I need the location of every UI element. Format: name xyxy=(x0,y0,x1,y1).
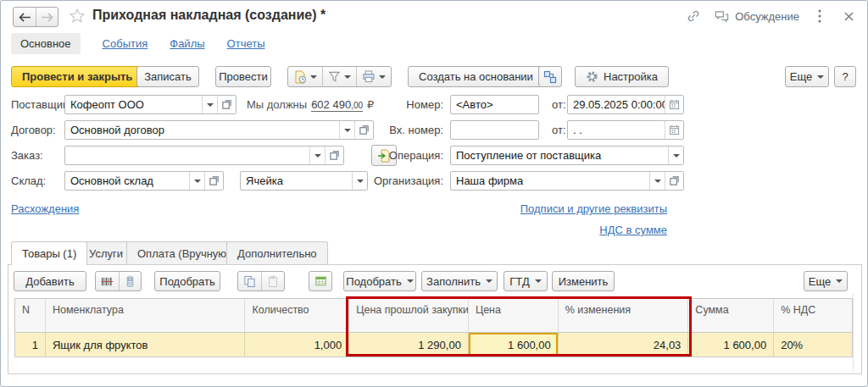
cell-field[interactable]: Ячейка xyxy=(240,171,368,191)
gear-icon xyxy=(586,70,598,83)
order-field[interactable] xyxy=(64,146,344,165)
warehouse-field[interactable]: Основной склад xyxy=(64,171,224,191)
app-window: Приходная накладная (создание) * Обсужде… xyxy=(0,0,868,387)
pick-button[interactable]: Подобрать xyxy=(154,271,220,291)
dropdown-arrow-icon[interactable] xyxy=(649,172,665,190)
more-button[interactable]: Еще xyxy=(785,66,829,87)
forward-button[interactable] xyxy=(36,8,58,26)
calendar-icon[interactable] xyxy=(665,96,683,113)
get-link-icon[interactable] xyxy=(685,8,702,24)
col-header-qty[interactable]: Количество xyxy=(245,299,349,332)
dropdown-arrow-icon xyxy=(836,279,843,283)
table-header-row: N Номенклатура Количество Цена прошлой з… xyxy=(15,299,852,333)
cell-vat[interactable]: 20% xyxy=(774,333,852,357)
pick-menu-button[interactable]: Подобрать xyxy=(343,271,416,291)
operation-value: Поступление от поставщика xyxy=(451,147,668,164)
open-icon[interactable] xyxy=(665,172,683,190)
barcode-icon[interactable] xyxy=(96,272,119,290)
date-field[interactable]: 29.05.2025 0:00:00 xyxy=(567,95,684,114)
add-row-button[interactable]: Добавить xyxy=(14,271,86,291)
calendar-icon[interactable] xyxy=(665,121,683,139)
document-clock-icon xyxy=(293,70,307,84)
table-scrollbar[interactable] xyxy=(853,294,854,372)
vat-link[interactable]: НДС в сумме xyxy=(599,224,667,236)
cell-change-pct[interactable]: 24,03 xyxy=(559,333,689,357)
cell-sum[interactable]: 1 600,00 xyxy=(688,333,774,357)
favorite-star-icon[interactable] xyxy=(69,8,86,25)
posting-records-button[interactable] xyxy=(288,67,322,86)
open-icon[interactable] xyxy=(204,172,223,190)
supplier-field[interactable]: Кофеопт ООО xyxy=(64,95,236,114)
dropdown-arrow-icon[interactable] xyxy=(189,172,204,190)
tab-additional[interactable]: Дополнительно xyxy=(226,241,328,264)
page-title: Приходная накладная (создание) * xyxy=(92,8,326,23)
cell-n[interactable]: 1 xyxy=(15,333,46,357)
dropdown-arrow-icon xyxy=(310,75,317,79)
copy-icon[interactable] xyxy=(238,272,261,290)
fill-menu-button[interactable]: Заполнить xyxy=(421,271,498,291)
cell-price-selected[interactable]: 1 600,00 xyxy=(469,333,559,357)
table-more-button[interactable]: Еще xyxy=(804,271,848,291)
back-button[interactable] xyxy=(14,8,36,26)
col-header-price[interactable]: Цена xyxy=(469,299,559,332)
dropdown-arrow-icon xyxy=(344,75,351,79)
col-header-change-pct[interactable]: % изменения xyxy=(559,299,689,332)
col-header-item[interactable]: Номенклатура xyxy=(46,299,245,332)
close-icon[interactable] xyxy=(840,8,857,24)
edit-button[interactable]: Изменить xyxy=(552,271,615,291)
tab-events[interactable]: События xyxy=(103,37,148,50)
col-header-n[interactable]: N xyxy=(15,299,46,332)
price-list-button[interactable] xyxy=(309,271,332,291)
tab-reports[interactable]: Отчеты xyxy=(227,37,265,50)
open-icon[interactable] xyxy=(217,96,236,113)
post-and-close-button[interactable]: Провести и закрыть xyxy=(11,66,143,87)
cell-placeholder: Ячейка xyxy=(241,172,352,190)
gtd-menu-button[interactable]: ГТД xyxy=(504,271,548,291)
filter-button[interactable] xyxy=(322,67,356,86)
dropdown-arrow-icon[interactable] xyxy=(339,121,354,139)
number-field[interactable]: <Авто> xyxy=(450,95,539,114)
incoming-date-field[interactable]: . . xyxy=(567,120,684,140)
table-row[interactable]: 1 Ящик для фруктов 1,000 1 290,00 1 600,… xyxy=(15,333,852,357)
create-based-on-button[interactable]: Создать на основании xyxy=(408,66,556,87)
incoming-number-field[interactable] xyxy=(450,120,539,140)
tab-payment[interactable]: Оплата (Вручную) xyxy=(126,241,241,264)
open-icon[interactable] xyxy=(354,121,373,139)
paste-icon[interactable] xyxy=(261,272,284,290)
more-vertical-icon[interactable] xyxy=(811,8,828,24)
print-button[interactable] xyxy=(356,67,391,86)
contract-field[interactable]: Основной договор xyxy=(64,120,374,140)
document-actions-group xyxy=(287,66,392,87)
dropdown-arrow-icon[interactable] xyxy=(202,96,217,113)
settings-button[interactable]: Настройка xyxy=(575,66,669,87)
order-value xyxy=(65,147,309,164)
cell-prev-price[interactable]: 1 290,00 xyxy=(349,333,469,357)
open-icon[interactable] xyxy=(325,147,343,164)
write-button[interactable]: Записать xyxy=(136,66,199,87)
data-terminal-icon[interactable] xyxy=(119,272,141,290)
organization-value: Наша фирма xyxy=(451,172,649,190)
cell-item[interactable]: Ящик для фруктов xyxy=(46,333,245,357)
col-header-vat[interactable]: % НДС xyxy=(774,299,852,332)
dropdown-arrow-icon[interactable] xyxy=(668,147,683,164)
help-button[interactable]: ? xyxy=(834,66,856,87)
signatures-link[interactable]: Подписи и другие реквизиты xyxy=(520,202,667,215)
organization-field[interactable]: Наша фирма xyxy=(450,171,684,191)
tab-main[interactable]: Основное xyxy=(11,33,81,54)
col-header-sum[interactable]: Сумма xyxy=(688,299,774,332)
col-header-prev-price[interactable]: Цена прошлой закупки xyxy=(349,299,469,332)
incoming-date-from-label: от: xyxy=(552,124,566,136)
green-table-icon xyxy=(314,275,327,287)
debt-amount-link[interactable]: 602 490,00 xyxy=(311,98,363,112)
operation-field[interactable]: Поступление от поставщика xyxy=(450,146,684,165)
tab-files[interactable]: Файлы xyxy=(170,37,204,50)
post-button[interactable]: Провести xyxy=(215,66,271,87)
dropdown-arrow-icon[interactable] xyxy=(309,147,325,164)
related-documents-button[interactable] xyxy=(538,66,562,87)
cell-qty[interactable]: 1,000 xyxy=(245,333,349,357)
discrepancies-link[interactable]: Расхождения xyxy=(11,202,79,215)
tab-goods[interactable]: Товары (1) xyxy=(11,241,87,265)
supplier-label: Поставщик: xyxy=(11,98,70,111)
discussion-button[interactable]: Обсуждение xyxy=(714,9,799,24)
dropdown-arrow-icon[interactable] xyxy=(352,172,367,190)
